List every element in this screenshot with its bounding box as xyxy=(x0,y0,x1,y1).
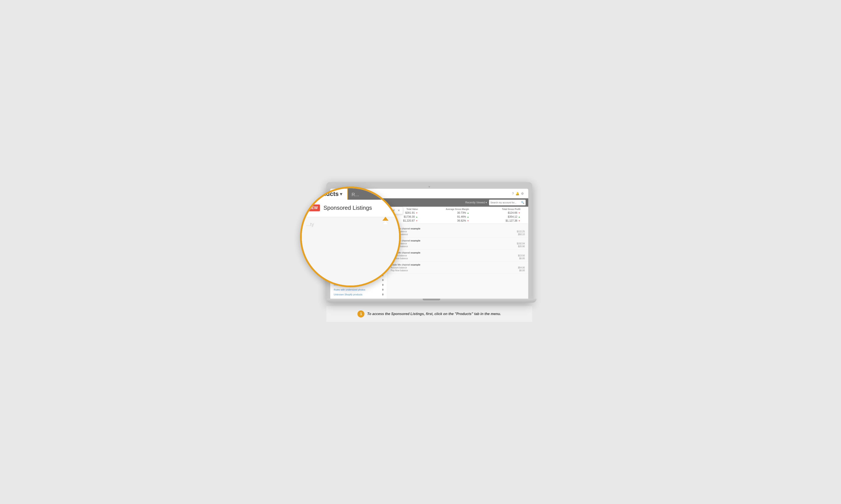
stat-gross-profit: Total Gross Profit $124.66▼ $354.12▲ $1,… xyxy=(472,208,524,222)
instruction-bar: 1 To access the Sponsored Listings, firs… xyxy=(326,306,532,322)
help-icon[interactable]: ? xyxy=(512,192,514,195)
instruction-text: To access the Sponsored Listings, first,… xyxy=(367,312,501,316)
list-item: Rules with undersized photos 0 xyxy=(330,287,387,292)
arrow-up-3: ▲ xyxy=(467,216,469,218)
account-balance-value-4: $54.06 xyxy=(518,267,525,269)
nav-search-box[interactable]: 🔍 xyxy=(489,200,526,205)
search-input[interactable] xyxy=(490,201,521,204)
zoom-bg-content: ...ty xyxy=(302,217,399,286)
arrow-up-1: ▲ xyxy=(416,216,418,218)
stat-am-2: 91.46% xyxy=(457,215,466,218)
nav-recently-label: Recently Viewed ▾ xyxy=(465,201,487,204)
camera-dot xyxy=(429,186,430,187)
undersized-photos-link[interactable]: Rules with undersized photos xyxy=(334,288,365,291)
sponsored-listing-row[interactable]: NEW Sponsored Listings xyxy=(306,202,394,214)
stat-am-1: 30.73% xyxy=(457,211,466,214)
channel-title-2: Trade Me channel example xyxy=(391,239,525,242)
stat-tv-2: $1736.30 xyxy=(404,215,415,218)
bell-icon[interactable]: 🔔 xyxy=(516,192,519,195)
search-icon: 🔍 xyxy=(521,201,524,204)
header-icons: ? 🔔 ⚙ xyxy=(512,192,525,195)
arrow-down-5: ▼ xyxy=(518,220,520,222)
arrow-down-1: ▼ xyxy=(416,212,418,214)
account-balance-value-3: $13.56 xyxy=(518,254,525,257)
account-balance-value-1: $122.25 xyxy=(517,230,525,233)
undersized-photos-value: 0 xyxy=(377,288,383,291)
stat-gp-3: $1,127.38 xyxy=(506,219,517,222)
zoom-next-item-label: R... xyxy=(348,192,362,200)
unknown-shopify-value: 0 xyxy=(377,293,383,296)
stat-tv-3: $1,220.87 xyxy=(403,219,415,222)
stat-gp-2: $354.12 xyxy=(508,215,517,218)
stat-avg-margin-header: Average Gross Margin xyxy=(425,208,469,211)
zoom-dropdown: NEW Sponsored Listings xyxy=(302,200,399,217)
arrow-up-2: ▲ xyxy=(467,212,469,214)
paynow-balance-value-3: $0.00 xyxy=(519,257,525,260)
channel-card-4: Trade Me channel example Account balance… xyxy=(387,262,528,274)
arrow-down-4: ▼ xyxy=(518,212,520,214)
right-column: Trade Me channel example Account balance… xyxy=(387,224,528,299)
laptop-notch xyxy=(423,299,440,300)
account-balance-value-2: $192.04 xyxy=(517,242,525,245)
channel-title-3: Trade Me channel example xyxy=(391,251,525,254)
zoom-circle: Products ▾ R... NEW Sponsored Listings .… xyxy=(300,186,401,287)
stat-avg-margin: Average Gross Margin 30.73%▲ 91.46%▲ 36.… xyxy=(422,208,472,222)
sponsored-listing-text: Sponsored Listings xyxy=(323,204,372,211)
stat-gp-1: $124.66 xyxy=(508,211,517,214)
list-item: Unknown Shopify products 0 xyxy=(330,292,387,297)
zoom-products-label: Products xyxy=(312,191,339,197)
new-badge-large: NEW xyxy=(306,204,320,211)
tooltip-arrow xyxy=(382,217,389,224)
zoom-products-chevron: ▾ xyxy=(340,191,342,197)
arrow-down-3: ▼ xyxy=(467,220,469,222)
nav-recently-viewed[interactable]: Recently Viewed ▾ xyxy=(463,201,489,204)
stat-am-3: 36.82% xyxy=(457,219,466,222)
arrow-down-2: ▼ xyxy=(416,220,418,222)
channel-card-2: Trade Me channel example Account balance… xyxy=(387,237,528,250)
stat-gross-profit-header: Total Gross Profit xyxy=(476,208,520,211)
channel-title-1: Trade Me channel example xyxy=(391,227,525,230)
paynow-balance-value-1: $50.10 xyxy=(518,233,525,236)
paynow-balance-value-2: $20.90 xyxy=(518,245,525,248)
unknown-shopify-link[interactable]: Unknown Shopify products xyxy=(334,293,362,296)
laptop-base xyxy=(326,299,537,303)
paynow-balance-value-4: $0.00 xyxy=(519,269,525,272)
channel-card-3: Trade Me channel example Account balance… xyxy=(387,250,528,262)
step-number: 1 xyxy=(357,310,364,318)
zoom-products-tab[interactable]: Products ▾ xyxy=(306,188,348,200)
stat-tv-1: $281.91 xyxy=(406,211,415,214)
channel-card-1: Trade Me channel example Account balance… xyxy=(387,226,528,237)
arrow-up-4: ▲ xyxy=(518,216,520,218)
channel-title-4: Trade Me channel example xyxy=(391,264,525,266)
gear-icon[interactable]: ⚙ xyxy=(521,192,524,195)
zoom-nav-bar: Products ▾ R... xyxy=(302,188,399,200)
